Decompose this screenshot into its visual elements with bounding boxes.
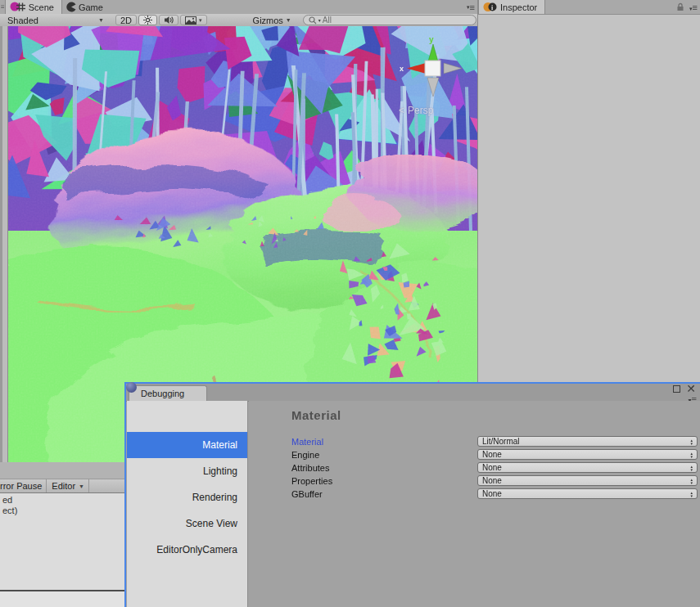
gizmo-x-axis-label: x bbox=[400, 65, 404, 73]
gizmo-y-axis-label: y bbox=[429, 35, 434, 44]
close-icon[interactable]: ✕ bbox=[686, 384, 696, 393]
scene-effects-button[interactable]: ▾ bbox=[180, 15, 207, 25]
scene-panel-menu-icon[interactable]: ▾≡ bbox=[467, 0, 477, 14]
scene-search-input[interactable] bbox=[323, 16, 471, 25]
attributes-dropdown[interactable]: None▴▾ bbox=[477, 462, 698, 473]
material-dropdown[interactable]: Lit/Normal▴▾ bbox=[477, 436, 698, 447]
chevron-down-icon: ▾ bbox=[199, 17, 202, 24]
scene-panel: ≡ Scene Game ▾≡ bbox=[0, 0, 477, 15]
debug-main-panel: Material MaterialLit/Normal▴▾EngineNone▴… bbox=[249, 401, 700, 607]
chevron-down-icon: ▼ bbox=[79, 483, 84, 489]
game-tab-icon bbox=[66, 2, 76, 12]
debug-sidebar: MaterialLightingRenderingScene ViewEdito… bbox=[127, 401, 248, 607]
debugging-titlebar[interactable]: Debugging ✕ ▾≡ bbox=[126, 384, 700, 402]
dropdown-updown-icon: ▴▾ bbox=[690, 452, 693, 458]
persp-label-text: Persp bbox=[408, 105, 433, 116]
dropdown-updown-icon: ▴▾ bbox=[690, 465, 693, 471]
tab-game[interactable]: Game bbox=[62, 0, 111, 14]
editor-dropdown[interactable]: Editor ▼ bbox=[47, 479, 89, 492]
debugging-tab-icon bbox=[126, 382, 137, 393]
inspector-tab-icon: i bbox=[483, 2, 498, 12]
dropdown-value: Lit/Normal bbox=[482, 437, 520, 446]
scene-audio-button[interactable] bbox=[159, 15, 178, 25]
tab-debugging[interactable]: Debugging bbox=[129, 385, 207, 401]
image-icon bbox=[185, 16, 196, 25]
inspector-tabbar: i Inspector ▾≡ bbox=[478, 0, 700, 15]
debug-fields: MaterialLit/Normal▴▾EngineNone▴▾Attribut… bbox=[291, 436, 698, 501]
chevron-down-icon: ▼ bbox=[98, 17, 104, 23]
toggle-2d-button[interactable]: 2D bbox=[115, 15, 137, 25]
sidebar-item-material[interactable]: Material bbox=[127, 432, 247, 458]
dropdown-value: None bbox=[482, 489, 502, 498]
dropdown-updown-icon: ▴▾ bbox=[690, 438, 693, 445]
maximize-icon[interactable] bbox=[673, 385, 680, 393]
error-pause-label: rror Pause bbox=[0, 481, 42, 491]
field-row-engine: EngineNone▴▾ bbox=[291, 449, 698, 462]
dropdown-value: None bbox=[482, 450, 502, 459]
sidebar-item-scene-view[interactable]: Scene View bbox=[127, 510, 247, 537]
dropdown-updown-icon: ▴▾ bbox=[690, 478, 693, 484]
field-label: Attributes bbox=[291, 463, 329, 473]
sidebar-item-rendering[interactable]: Rendering bbox=[127, 484, 247, 510]
search-icon bbox=[309, 16, 317, 25]
error-pause-toggle[interactable]: rror Pause bbox=[0, 479, 47, 492]
scene-search-field[interactable]: ▾ bbox=[303, 15, 476, 25]
console-log-entry[interactable]: ed bbox=[2, 495, 122, 506]
tab-inspector[interactable]: i Inspector bbox=[478, 0, 545, 14]
console-panel: rror Pause Editor ▼ edect) bbox=[0, 462, 124, 607]
draw-mode-label: Shaded bbox=[7, 16, 38, 25]
field-label: GBuffer bbox=[291, 489, 323, 499]
console-log-entry[interactable]: ect) bbox=[2, 506, 122, 516]
sun-icon bbox=[143, 16, 152, 25]
scene-tabbar: ≡ Scene Game ▾≡ bbox=[0, 0, 477, 15]
perspective-toggle[interactable]: < Persp bbox=[399, 105, 433, 116]
lock-icon[interactable] bbox=[676, 2, 684, 11]
scene-left-strip bbox=[0, 26, 8, 462]
editor-dropdown-label: Editor bbox=[52, 481, 75, 491]
game-tab-label: Game bbox=[79, 2, 103, 12]
field-label: Material bbox=[291, 437, 323, 447]
field-label: Properties bbox=[291, 476, 332, 486]
debugging-window: Debugging ✕ ▾≡ MaterialLightingRendering… bbox=[124, 382, 700, 607]
inspector-menu-icon[interactable]: ▾≡ bbox=[689, 2, 697, 12]
gbuffer-dropdown[interactable]: None▴▾ bbox=[477, 488, 698, 499]
chevron-down-icon: ▾ bbox=[318, 17, 321, 23]
inspector-tab-label: Inspector bbox=[500, 2, 537, 12]
console-toolbar: rror Pause Editor ▼ bbox=[0, 479, 124, 493]
field-label: Engine bbox=[291, 450, 319, 460]
properties-dropdown[interactable]: None▴▾ bbox=[477, 475, 698, 486]
dropdown-value: None bbox=[482, 463, 502, 472]
scene-toolbar: Shaded ▼ 2D bbox=[0, 14, 477, 27]
scene-tab-label: Scene bbox=[29, 2, 54, 12]
engine-dropdown[interactable]: None▴▾ bbox=[477, 449, 698, 460]
chevron-down-icon: ▼ bbox=[286, 17, 291, 23]
console-detail-area bbox=[0, 591, 124, 607]
persp-marker-icon: < bbox=[399, 105, 404, 116]
console-log-list[interactable]: edect) bbox=[0, 493, 124, 518]
field-row-gbuffer: GBufferNone▴▾ bbox=[291, 488, 698, 501]
inspector-panel-menu: ▾≡ bbox=[676, 0, 700, 14]
gizmo-cube[interactable] bbox=[425, 61, 440, 76]
field-row-attributes: AttributesNone▴▾ bbox=[291, 462, 698, 475]
draw-mode-dropdown[interactable]: Shaded ▼ bbox=[2, 15, 109, 25]
field-row-material: MaterialLit/Normal▴▾ bbox=[291, 436, 698, 449]
debug-section-heading: Material bbox=[291, 408, 341, 422]
scene-tab-icon bbox=[10, 2, 26, 12]
toggle-2d-label: 2D bbox=[120, 16, 132, 25]
speaker-icon bbox=[164, 16, 174, 25]
scene-lighting-button[interactable] bbox=[138, 15, 157, 25]
dropdown-value: None bbox=[482, 476, 502, 485]
field-row-properties: PropertiesNone▴▾ bbox=[291, 475, 698, 488]
gizmos-dropdown[interactable]: Gizmos ▼ bbox=[248, 15, 296, 25]
gizmos-label: Gizmos bbox=[253, 16, 283, 25]
dropdown-updown-icon: ▴▾ bbox=[690, 491, 693, 497]
unity-editor: ≡ Scene Game ▾≡ bbox=[0, 0, 700, 607]
sidebar-item-editoronlycamera[interactable]: EditorOnlyCamera bbox=[127, 537, 247, 563]
debugging-tab-label: Debugging bbox=[141, 389, 184, 398]
tab-scene[interactable]: Scene bbox=[5, 0, 62, 14]
console-top-strip bbox=[0, 462, 124, 479]
sidebar-item-lighting[interactable]: Lighting bbox=[127, 458, 247, 484]
